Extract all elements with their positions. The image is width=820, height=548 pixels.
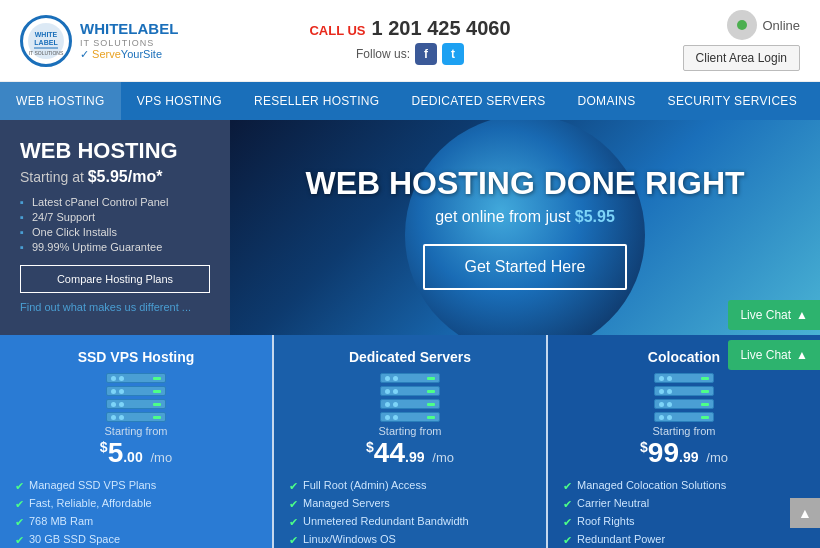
server-icon-vps bbox=[106, 373, 166, 417]
hero-left-title: WEB HOSTING bbox=[20, 138, 210, 164]
logo-circle: WHITE LABEL IT SOLUTIONS bbox=[20, 15, 72, 67]
starting-from-colocation: Starting from bbox=[563, 425, 805, 437]
find-out-link[interactable]: Find out what makes us different ... bbox=[20, 301, 210, 313]
call-us-label: CALL US bbox=[309, 23, 365, 38]
feature-uptime: 99.99% Uptime Guarantee bbox=[20, 241, 210, 253]
header: WHITE LABEL IT SOLUTIONS WHITELABEL IT S… bbox=[0, 0, 820, 82]
nav-item-vps-hosting[interactable]: VPS HOSTING bbox=[121, 82, 238, 120]
feature-one-click: One Click Installs bbox=[20, 226, 210, 238]
feature-col-3: Roof Rights bbox=[577, 515, 634, 527]
logo-area: WHITE LABEL IT SOLUTIONS WHITELABEL IT S… bbox=[20, 15, 280, 67]
svg-text:LABEL: LABEL bbox=[34, 39, 58, 46]
nav-item-about-us[interactable]: ABOUT US bbox=[813, 82, 820, 120]
hero-features-list: Latest cPanel Control Panel 24/7 Support… bbox=[20, 196, 210, 253]
feature-vps-2: Fast, Reliable, Affordable bbox=[29, 497, 152, 509]
status-icon bbox=[727, 10, 757, 40]
client-login-button[interactable]: Client Area Login bbox=[683, 45, 800, 71]
feature-col-1: Managed Colocation Solutions bbox=[577, 479, 726, 491]
online-status: Online bbox=[727, 10, 800, 40]
feature-ded-1: Full Root (Admin) Access bbox=[303, 479, 426, 491]
nav-item-security-services[interactable]: SECURITY SERVICES bbox=[652, 82, 813, 120]
facebook-icon[interactable]: f bbox=[415, 43, 437, 65]
service-card-vps: SSD VPS Hosting Starting from $5.00 /mo … bbox=[0, 335, 274, 548]
svg-text:WHITE: WHITE bbox=[35, 31, 58, 38]
feature-support: 24/7 Support bbox=[20, 211, 210, 223]
hero-globe bbox=[405, 120, 645, 335]
brand-name: WHITELABEL bbox=[80, 20, 178, 38]
nav-item-domains[interactable]: DOMAINS bbox=[562, 82, 652, 120]
server-icon-colocation bbox=[654, 373, 714, 417]
feature-vps-4: 30 GB SSD Space bbox=[29, 533, 120, 545]
nav-item-reseller-hosting[interactable]: RESELLER HOSTING bbox=[238, 82, 396, 120]
live-chat-label-1: Live Chat bbox=[740, 308, 791, 322]
scroll-top-button[interactable]: ▲ bbox=[790, 498, 820, 528]
live-chat-arrow-2: ▲ bbox=[796, 348, 808, 362]
price-colocation: $99.99 /mo bbox=[563, 437, 805, 469]
logo-text: WHITELABEL IT SOLUTIONS ✓ ServeYourSite bbox=[80, 20, 178, 62]
service-card-dedicated: Dedicated Servers Starting from $44.99 /… bbox=[274, 335, 548, 548]
twitter-icon[interactable]: t bbox=[442, 43, 464, 65]
user-area: Online Client Area Login bbox=[540, 10, 800, 71]
features-dedicated: ✔Full Root (Admin) Access ✔Managed Serve… bbox=[289, 479, 531, 548]
online-label: Online bbox=[762, 18, 800, 33]
get-started-button[interactable]: Get Started Here bbox=[423, 244, 628, 290]
feature-col-4: Redundant Power bbox=[577, 533, 665, 545]
live-chat-label-2: Live Chat bbox=[740, 348, 791, 362]
hero-section: WEB HOSTING Starting at $5.95/mo* Latest… bbox=[0, 120, 820, 335]
price-vps: $5.00 /mo bbox=[15, 437, 257, 469]
nav-item-dedicated-servers[interactable]: DEDICATED SERVERS bbox=[395, 82, 561, 120]
feature-vps-1: Managed SSD VPS Plans bbox=[29, 479, 156, 491]
service-title-vps: SSD VPS Hosting bbox=[15, 349, 257, 365]
features-colocation: ✔Managed Colocation Solutions ✔Carrier N… bbox=[563, 479, 805, 548]
svg-text:IT SOLUTIONS: IT SOLUTIONS bbox=[29, 50, 64, 56]
hero-left-price: $5.95/mo* bbox=[88, 168, 163, 185]
live-chat-button-1[interactable]: Live Chat ▲ bbox=[728, 300, 820, 330]
feature-ded-2: Managed Servers bbox=[303, 497, 390, 509]
features-vps: ✔Managed SSD VPS Plans ✔Fast, Reliable, … bbox=[15, 479, 257, 548]
starting-from-dedicated: Starting from bbox=[289, 425, 531, 437]
feature-ded-4: Linux/Windows OS bbox=[303, 533, 396, 545]
hero-price: $5.95 bbox=[575, 208, 615, 225]
feature-ded-3: Unmetered Redundant Bandwidth bbox=[303, 515, 469, 527]
hero-left-panel: WEB HOSTING Starting at $5.95/mo* Latest… bbox=[0, 120, 230, 335]
hero-left-starting: Starting at $5.95/mo* bbox=[20, 168, 210, 186]
compare-hosting-button[interactable]: Compare Hosting Plans bbox=[20, 265, 210, 293]
service-title-dedicated: Dedicated Servers bbox=[289, 349, 531, 365]
starting-from-vps: Starting from bbox=[15, 425, 257, 437]
follow-area: Follow us: f t bbox=[280, 43, 540, 65]
online-dot bbox=[737, 20, 747, 30]
nav-item-web-hosting[interactable]: WEB HOSTING bbox=[0, 82, 121, 120]
brand-sub: IT SOLUTIONS bbox=[80, 38, 178, 49]
price-dedicated: $44.99 /mo bbox=[289, 437, 531, 469]
hero-subtitle: get online from just $5.95 bbox=[435, 208, 615, 226]
brand-serve: ✓ ServeYourSite bbox=[80, 48, 178, 61]
hero-main-title: WEB HOSTING DONE RIGHT bbox=[305, 165, 744, 202]
feature-col-2: Carrier Neutral bbox=[577, 497, 649, 509]
services-section: SSD VPS Hosting Starting from $5.00 /mo … bbox=[0, 335, 820, 548]
feature-cpanel: Latest cPanel Control Panel bbox=[20, 196, 210, 208]
live-chat-button-2[interactable]: Live Chat ▲ bbox=[728, 340, 820, 370]
follow-label: Follow us: bbox=[356, 47, 410, 61]
feature-vps-3: 768 MB Ram bbox=[29, 515, 93, 527]
phone-number: 1 201 425 4060 bbox=[372, 17, 511, 40]
call-area: CALL US 1 201 425 4060 Follow us: f t bbox=[280, 17, 540, 65]
main-nav: WEB HOSTING VPS HOSTING RESELLER HOSTING… bbox=[0, 82, 820, 120]
server-icon-dedicated bbox=[380, 373, 440, 417]
live-chat-arrow-1: ▲ bbox=[796, 308, 808, 322]
